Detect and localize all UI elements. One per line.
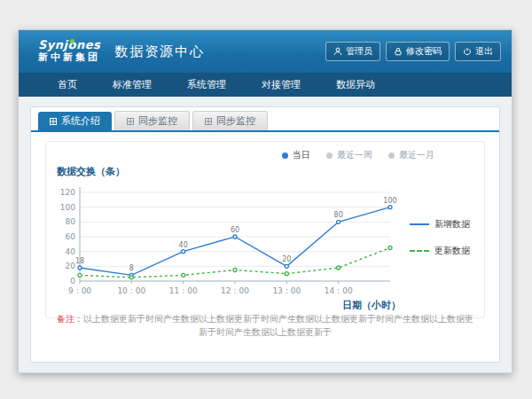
svg-text:11：00: 11：00 bbox=[169, 286, 198, 295]
svg-text:80: 80 bbox=[66, 217, 76, 226]
logout-button[interactable]: 退出 bbox=[455, 42, 501, 61]
legend-label: 当日 bbox=[293, 149, 310, 161]
svg-text:10：00: 10：00 bbox=[117, 286, 145, 295]
series-label: 更新数据 bbox=[434, 245, 470, 257]
header-actions: 管理员 修改密码 退出 bbox=[325, 42, 501, 61]
svg-text:20: 20 bbox=[66, 262, 76, 270]
logo-subtext: 新中新集团 bbox=[38, 52, 100, 64]
svg-text:9：00: 9：00 bbox=[68, 286, 91, 295]
green-dashed-sample bbox=[410, 250, 429, 252]
tab-bar: 系统介绍 同步监控 同步监控 bbox=[31, 107, 499, 132]
nav-item-home[interactable]: 首页 bbox=[40, 73, 95, 97]
range-legend: 当日 最近一周 最近一月 bbox=[55, 149, 475, 161]
svg-text:0: 0 bbox=[70, 277, 75, 286]
tab-label: 同步监控 bbox=[216, 114, 255, 128]
footnote: 备注：以上数据更新于时间产生数据以上数据更新于时间产生数据以上数据更新于时间产生… bbox=[31, 312, 499, 339]
app-window: Synjones 新中新集团 数据资源中心 管理员 修改密码 bbox=[18, 29, 512, 373]
legend-last-week[interactable]: 最近一周 bbox=[326, 149, 372, 161]
lock-icon bbox=[394, 47, 403, 56]
legend-label: 最近一周 bbox=[337, 149, 372, 161]
legend-dot bbox=[282, 153, 288, 159]
nav-item-system-mgmt[interactable]: 系统管理 bbox=[169, 73, 244, 97]
svg-text:40: 40 bbox=[66, 247, 76, 256]
footnote-prefix: 备注： bbox=[57, 314, 83, 324]
svg-text:80: 80 bbox=[334, 211, 343, 219]
svg-text:18: 18 bbox=[75, 257, 84, 265]
svg-text:40: 40 bbox=[179, 241, 188, 249]
nav-item-standard-mgmt[interactable]: 标准管理 bbox=[95, 73, 169, 97]
user-icon bbox=[333, 47, 342, 56]
admin-button-label: 管理员 bbox=[346, 45, 372, 58]
nav-item-data-change[interactable]: 数据异动 bbox=[318, 73, 393, 97]
footnote-text: 以上数据更新于时间产生数据以上数据更新于时间产生数据以上数据更新于时间产生数据以… bbox=[83, 314, 473, 337]
svg-text:8: 8 bbox=[129, 264, 134, 272]
legend-today[interactable]: 当日 bbox=[282, 149, 310, 161]
svg-text:120: 120 bbox=[60, 188, 75, 197]
change-password-button[interactable]: 修改密码 bbox=[386, 42, 450, 61]
svg-text:14：00: 14：00 bbox=[325, 286, 353, 295]
svg-text:20: 20 bbox=[282, 255, 291, 263]
tab-label: 系统介绍 bbox=[61, 114, 100, 128]
svg-text:60: 60 bbox=[231, 226, 239, 234]
main-panel: 系统介绍 同步监控 同步监控 bbox=[30, 106, 500, 363]
svg-text:100: 100 bbox=[60, 203, 75, 212]
blue-line-sample bbox=[410, 223, 429, 225]
tab-label: 同步监控 bbox=[138, 114, 177, 128]
line-chart: 0204060801001209：0010：0011：0012：0013：001… bbox=[55, 180, 401, 313]
legend-label: 最近一月 bbox=[399, 149, 434, 161]
content-area: 系统介绍 同步监控 同步监控 bbox=[19, 97, 512, 372]
logout-button-label: 退出 bbox=[475, 45, 493, 58]
main-nav: 首页 标准管理 系统管理 对接管理 数据异动 bbox=[19, 73, 512, 97]
svg-text:12：00: 12：00 bbox=[221, 286, 249, 295]
tab-sync-monitor-1[interactable]: 同步监控 bbox=[114, 111, 190, 130]
svg-text:60: 60 bbox=[66, 232, 76, 241]
change-password-button-label: 修改密码 bbox=[406, 45, 442, 58]
svg-text:100: 100 bbox=[383, 197, 396, 205]
legend-last-month[interactable]: 最近一月 bbox=[388, 149, 434, 161]
chart-panel: 当日 最近一周 最近一月 数据交换（条） 0204060801 bbox=[45, 141, 485, 318]
admin-button[interactable]: 管理员 bbox=[325, 42, 380, 61]
legend-updated-data[interactable]: 更新数据 bbox=[410, 245, 470, 257]
grid-icon bbox=[127, 118, 134, 125]
legend-dot bbox=[326, 153, 332, 159]
svg-text:13：00: 13：00 bbox=[272, 286, 301, 295]
power-icon bbox=[463, 47, 472, 56]
tab-system-intro[interactable]: 系统介绍 bbox=[38, 112, 112, 130]
tab-sync-monitor-2[interactable]: 同步监控 bbox=[192, 111, 268, 130]
page-title: 数据资源中心 bbox=[114, 43, 205, 60]
legend-new-data[interactable]: 新增数据 bbox=[410, 218, 470, 231]
synjones-logo: Synjones 新中新集团 bbox=[38, 39, 100, 64]
series-label: 新增数据 bbox=[434, 218, 470, 231]
chart-row: 0204060801001209：0010：0011：0012：0013：001… bbox=[55, 180, 475, 313]
grid-icon bbox=[205, 118, 212, 125]
legend-dot bbox=[388, 153, 395, 159]
grid-icon bbox=[50, 118, 57, 125]
app-header: Synjones 新中新集团 数据资源中心 管理员 修改密码 bbox=[19, 30, 512, 73]
screenshot-background: Synjones 新中新集团 数据资源中心 管理员 修改密码 bbox=[0, 0, 532, 399]
nav-item-interface-mgmt[interactable]: 对接管理 bbox=[244, 73, 318, 97]
series-legend: 新增数据 更新数据 bbox=[401, 162, 470, 313]
